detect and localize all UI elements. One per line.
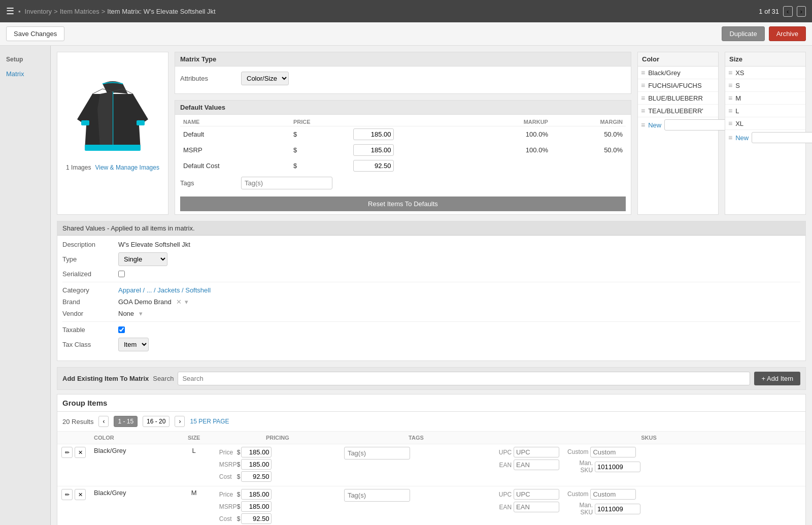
color-item: ≡Black/Grey	[638, 67, 718, 79]
sidebar-item-matrix[interactable]: Matrix	[0, 67, 50, 81]
vendor-dropdown-icon[interactable]: ▾	[139, 310, 143, 317]
upc-input[interactable]	[514, 489, 559, 500]
table-row: ✏ ✕ Black/Grey L Price $ MSRP $ Cost $	[57, 444, 805, 486]
save-changes-button[interactable]: Save Changes	[6, 26, 64, 41]
ean-input[interactable]	[514, 502, 559, 512]
svg-rect-3	[85, 145, 141, 151]
breadcrumb-sep2: >	[101, 8, 106, 15]
drag-handle: ≡	[641, 69, 645, 77]
dv-price-input[interactable]	[353, 128, 394, 140]
price-input[interactable]	[241, 447, 272, 457]
dv-name: MSRP	[180, 142, 290, 158]
default-value-row: Default $ 100.0% 50.0%	[180, 126, 626, 143]
archive-button[interactable]: Archive	[769, 26, 806, 41]
breadcrumb-current: Item Matrix: W's Elevate Softshell Jkt	[107, 8, 215, 15]
default-value-row: MSRP $ 100.0% 50.0%	[180, 142, 626, 158]
breadcrumb-inventory[interactable]: Inventory	[25, 8, 52, 15]
size-item-text: XL	[735, 120, 802, 127]
view-manage-images-link[interactable]: View & Manage Images	[95, 164, 159, 171]
default-values-table: NAME PRICE MARKUP MARGIN Default $ 100.0…	[180, 118, 626, 174]
size-item: ≡XS	[725, 67, 805, 79]
category-link[interactable]: Apparel / ... / Jackets / Softshell	[118, 286, 211, 294]
pagination-prev[interactable]: ‹	[98, 416, 109, 427]
man-sku-input[interactable]	[595, 504, 640, 514]
cost-input[interactable]	[241, 471, 272, 482]
breadcrumb-sep1: >	[54, 8, 58, 15]
type-row: Type Single Composite Assembly	[62, 252, 800, 266]
cost-input[interactable]	[241, 513, 272, 524]
brand-value: GOA Demo Brand ✕ ▾	[118, 298, 800, 306]
type-select[interactable]: Single Composite Assembly	[118, 252, 167, 266]
upc-label: UPC	[496, 491, 512, 498]
reset-items-button[interactable]: Reset Items To Defaults	[180, 196, 626, 211]
col-color: COLOR	[90, 432, 173, 444]
color-new-drag: ≡	[641, 121, 645, 129]
delete-button[interactable]: ✕	[75, 447, 86, 458]
group-items-controls: 20 Results ‹ 1 - 15 16 - 20 › 15 PER PAG…	[57, 412, 805, 432]
edit-button[interactable]: ✏	[61, 447, 73, 458]
add-item-search-input[interactable]	[178, 372, 750, 385]
dv-price-input[interactable]	[353, 144, 394, 156]
brand-clear-icon[interactable]: ✕	[176, 298, 182, 306]
brand-label: Brand	[62, 298, 118, 306]
tags-input[interactable]	[241, 177, 332, 189]
col-tags: TAGS	[340, 432, 492, 444]
per-page-link[interactable]: 15 PER PAGE	[190, 418, 229, 425]
ean-input[interactable]	[514, 460, 559, 470]
color-item: ≡FUCHSIA/FUCHS	[638, 79, 718, 92]
color-panel: Color ≡Black/Grey≡FUCHSIA/FUCHS≡BLUE/BLU…	[637, 52, 719, 215]
size-item: ≡L	[725, 105, 805, 117]
pagination-page2[interactable]: 16 - 20	[143, 416, 170, 427]
group-items-header: Group Items	[57, 395, 805, 412]
upc-label: UPC	[496, 449, 512, 456]
attributes-row: Attributes Color/Size	[180, 72, 626, 85]
attributes-select[interactable]: Color/Size	[241, 72, 289, 85]
vendor-value: None ▾	[118, 310, 800, 317]
duplicate-button[interactable]: Duplicate	[722, 26, 764, 41]
custom-input[interactable]	[590, 447, 636, 457]
pagination-next[interactable]: ›	[175, 416, 185, 427]
msrp-label: MSRP	[219, 503, 237, 510]
msrp-input[interactable]	[241, 501, 272, 512]
breadcrumb-item-matrices[interactable]: Item Matrices	[60, 8, 99, 15]
dv-currency: $	[290, 142, 350, 158]
size-new-label: New	[735, 134, 749, 142]
dv-price-input[interactable]	[353, 160, 394, 172]
edit-button[interactable]: ✏	[61, 489, 73, 500]
dv-margin: 50.0%	[551, 126, 626, 143]
tax-class-select[interactable]: Item	[118, 338, 149, 351]
taxable-checkbox[interactable]	[118, 326, 125, 333]
hamburger-icon[interactable]: ☰	[6, 6, 14, 17]
col-actions	[57, 432, 90, 444]
upc-input[interactable]	[514, 447, 559, 457]
price-label: Price	[219, 491, 237, 498]
cost-label: Cost	[219, 473, 237, 480]
price-input[interactable]	[241, 489, 272, 500]
table-row: ✏ ✕ Black/Grey M Price $ MSRP $ Cost $	[57, 486, 805, 526]
size-item: ≡XL	[725, 117, 805, 130]
delete-button[interactable]: ✕	[75, 489, 86, 500]
col-currency	[350, 118, 471, 126]
vendor-row: Vendor None ▾	[62, 310, 800, 317]
image-panel: 1 Images View & Manage Images	[57, 52, 168, 215]
next-record-button[interactable]: ›	[797, 6, 806, 17]
results-count: 20 Results	[62, 418, 93, 425]
size-new-input[interactable]	[752, 132, 812, 143]
row-skus: UPC EAN Custom Man. SKU	[492, 444, 805, 486]
col-price: PRICE	[290, 118, 350, 126]
add-item-button[interactable]: + Add Item	[754, 372, 800, 385]
col-pricing: PRICING	[215, 432, 340, 444]
image-footer: 1 Images View & Manage Images	[66, 164, 159, 171]
tags-input[interactable]	[344, 489, 410, 502]
man-sku-input[interactable]	[595, 462, 640, 472]
type-label: Type	[62, 255, 118, 263]
dv-price-cell	[350, 142, 471, 158]
custom-input[interactable]	[590, 489, 636, 500]
prev-record-button[interactable]: ‹	[783, 6, 792, 17]
serialized-checkbox[interactable]	[118, 271, 125, 277]
tags-input[interactable]	[344, 447, 410, 460]
pagination-page1[interactable]: 1 - 15	[114, 416, 138, 427]
brand-dropdown-icon[interactable]: ▾	[185, 298, 188, 306]
shared-values-panel: Shared Values - Applied to all items in …	[57, 221, 806, 361]
msrp-input[interactable]	[241, 459, 272, 470]
